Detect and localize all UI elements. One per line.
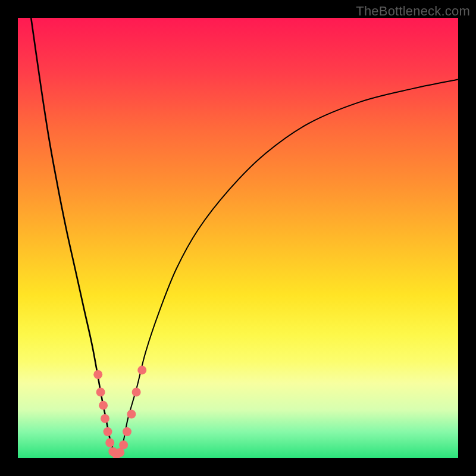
highlight-dot (137, 366, 146, 375)
highlight-dot (123, 427, 131, 436)
highlight-dot (132, 388, 141, 397)
chart-svg (18, 18, 458, 458)
highlight-dot (119, 440, 128, 449)
highlight-dot (127, 410, 136, 419)
highlight-dot (93, 370, 102, 379)
watermark-text: TheBottleneck.com (356, 4, 470, 19)
chart-frame: TheBottleneck.com (0, 0, 476, 476)
bottleneck-curve (31, 18, 458, 455)
highlight-dot (99, 401, 108, 410)
curve-right-segment (115, 80, 458, 455)
highlight-dot (105, 439, 114, 447)
highlight-dot (104, 427, 112, 436)
plot-area (18, 18, 458, 458)
highlight-dot (96, 388, 105, 397)
highlight-dot (101, 414, 109, 423)
